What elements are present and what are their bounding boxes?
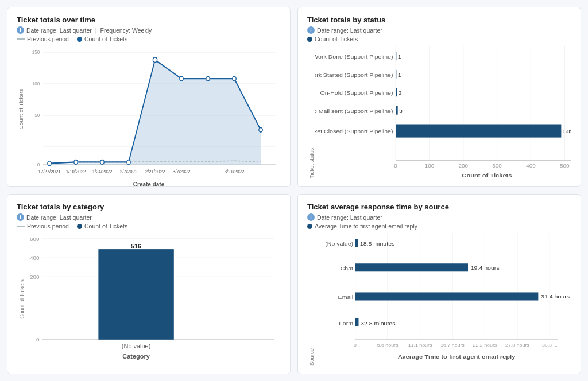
status-meta-range: Date range: Last quarter: [317, 27, 382, 34]
line-x-axis-label: Create date: [17, 181, 281, 187]
svg-point-18: [259, 127, 262, 132]
svg-text:Count of Tickets: Count of Tickets: [19, 279, 25, 318]
svg-rect-44: [396, 125, 561, 138]
svg-text:Work Started (Support Pipeline: Work Started (Support Pipeline): [315, 72, 393, 77]
category-legend: Previous period Count of Tickets: [17, 223, 281, 230]
svg-text:11.1 hours: 11.1 hours: [408, 343, 432, 347]
legend-previous: Previous period: [17, 36, 69, 42]
status-chart-area: Ticket status Work Done (Support Pipelin…: [307, 46, 571, 178]
svg-text:(No value): (No value): [325, 241, 353, 247]
info-icon-status[interactable]: i: [307, 26, 315, 34]
svg-text:50: 50: [34, 112, 40, 119]
svg-text:400: 400: [526, 163, 536, 169]
status-chart-svg: Work Done (Support Pipeline) 1 Work Star…: [315, 46, 571, 178]
dashboard: Ticket totals over time i Date range: La…: [7, 7, 581, 374]
svg-point-15: [180, 76, 183, 81]
svg-text:0: 0: [354, 343, 357, 347]
svg-text:Work Done (Support Pipeline): Work Done (Support Pipeline): [315, 54, 393, 60]
svg-point-10: [48, 161, 51, 166]
cat-legend-count-label: Count of Tickets: [84, 223, 127, 230]
svg-text:(No value): (No value): [122, 343, 150, 349]
cat-legend-count: Count of Tickets: [77, 223, 127, 230]
svg-text:33.3 ...: 33.3 ...: [542, 343, 558, 347]
line-chart-area: 150 100 50 0 Count of Tickets: [17, 46, 281, 178]
response-chart-svg: (No value) 18.5 minutes Chat 19.4 hours …: [315, 233, 571, 366]
svg-text:3/21/2022: 3/21/2022: [225, 169, 245, 175]
line-legend: Previous period Count of Tickets: [17, 36, 281, 42]
response-meta-range: Date range: Last quarter: [317, 214, 382, 221]
line-chart-area-fill: [49, 60, 261, 165]
svg-point-11: [74, 160, 78, 165]
category-chart-area: Count of Tickets 600 400 200 0 516 (No v…: [17, 233, 281, 366]
category-meta-range: Date range: Last quarter: [26, 214, 92, 221]
svg-point-12: [100, 160, 104, 165]
resp-legend-label: Average Time to first agent email reply: [315, 223, 417, 230]
line-chart-card: Ticket totals over time i Date range: La…: [7, 7, 291, 187]
cat-legend-prev: Previous period: [17, 223, 69, 230]
svg-rect-80: [355, 263, 468, 271]
status-legend-label: Count of Tickets: [315, 36, 358, 42]
response-chart-title: Ticket average response time by source: [307, 203, 571, 211]
response-chart-card: Ticket average response time by source i…: [297, 194, 581, 374]
svg-text:Form: Form: [339, 320, 353, 326]
response-legend: Average Time to first agent email reply: [307, 223, 571, 230]
svg-text:1: 1: [398, 72, 401, 77]
svg-text:1/24/2022: 1/24/2022: [92, 169, 113, 175]
status-legend-dot: [307, 37, 312, 42]
status-legend: Count of Tickets: [307, 36, 571, 42]
svg-text:200: 200: [30, 274, 39, 281]
svg-text:12/27/2021: 12/27/2021: [38, 169, 60, 175]
svg-rect-32: [396, 52, 396, 61]
resp-legend-avg: Average Time to first agent email reply: [307, 223, 417, 230]
svg-text:150: 150: [32, 49, 40, 56]
cat-legend-dot: [77, 224, 82, 229]
svg-text:509: 509: [563, 129, 571, 134]
svg-text:1: 1: [398, 54, 401, 60]
category-chart-card: Ticket totals by category i Date range: …: [7, 194, 291, 374]
status-legend-count: Count of Tickets: [307, 36, 358, 42]
svg-text:19.4 hours: 19.4 hours: [471, 265, 500, 271]
svg-text:Chat: Chat: [341, 266, 354, 271]
svg-text:18.5 minutes: 18.5 minutes: [360, 241, 395, 247]
status-bars-container: Work Done (Support Pipeline) 1 Work Star…: [315, 46, 571, 178]
svg-text:200: 200: [458, 163, 468, 169]
svg-text:Count of Tickets: Count of Tickets: [462, 172, 512, 178]
line-meta-freq: Frequency: Weekly: [100, 27, 152, 34]
status-chart-meta: i Date range: Last quarter: [307, 26, 571, 34]
svg-text:27.8 hours: 27.8 hours: [505, 343, 529, 347]
svg-rect-66: [98, 249, 173, 340]
svg-text:Average Time to first agent em: Average Time to first agent email reply: [398, 354, 516, 360]
svg-text:400: 400: [30, 255, 39, 262]
legend-count-label: Count of Tickets: [84, 36, 127, 42]
status-chart-title: Ticket totals by status: [307, 15, 571, 24]
info-icon-response[interactable]: i: [307, 213, 315, 221]
svg-text:5.6 hours: 5.6 hours: [377, 343, 399, 347]
svg-rect-86: [355, 318, 359, 326]
svg-text:100: 100: [32, 81, 40, 87]
svg-text:32.8 minutes: 32.8 minutes: [361, 320, 396, 326]
legend-dash-icon: [17, 38, 25, 40]
svg-text:3: 3: [399, 108, 403, 114]
line-chart-meta: i Date range: Last quarter | Frequency: …: [17, 26, 281, 34]
info-icon-line[interactable]: i: [17, 26, 24, 34]
svg-text:300: 300: [492, 163, 502, 169]
svg-text:22.2 hours: 22.2 hours: [473, 343, 497, 347]
resp-legend-dot: [307, 224, 312, 229]
svg-rect-77: [355, 239, 358, 247]
svg-text:On-Hold (Support Pipeline): On-Hold (Support Pipeline): [320, 90, 393, 96]
svg-text:516: 516: [131, 243, 141, 250]
svg-text:500: 500: [560, 163, 570, 169]
svg-text:Count of Tickets: Count of Tickets: [19, 88, 24, 129]
svg-rect-83: [355, 292, 539, 300]
svg-point-14: [153, 57, 157, 63]
svg-text:2: 2: [399, 90, 402, 96]
info-icon-category[interactable]: i: [17, 213, 24, 221]
svg-text:100: 100: [425, 163, 435, 169]
svg-point-17: [233, 76, 236, 81]
line-chart-title: Ticket totals over time: [17, 15, 281, 24]
svg-text:3/7/2022: 3/7/2022: [173, 169, 191, 175]
svg-text:0: 0: [394, 163, 397, 169]
svg-point-16: [206, 76, 210, 81]
category-chart-title: Ticket totals by category: [17, 203, 281, 211]
svg-text:Ticket Closed (Support Pipelin: Ticket Closed (Support Pipeline): [315, 129, 393, 134]
